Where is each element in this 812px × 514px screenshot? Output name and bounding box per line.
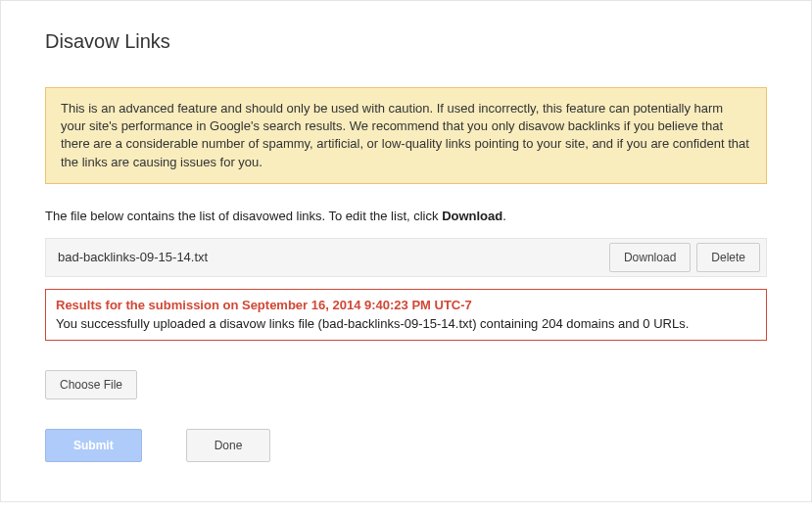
- instruction-bold: Download: [442, 209, 502, 223]
- submit-button[interactable]: Submit: [45, 429, 142, 462]
- download-button[interactable]: Download: [609, 243, 691, 272]
- instruction-suffix: .: [502, 209, 506, 223]
- file-row: bad-backlinks-09-15-14.txt Download Dele…: [45, 238, 767, 277]
- result-body: You successfully uploaded a disavow link…: [56, 315, 756, 333]
- done-button[interactable]: Done: [186, 429, 271, 462]
- warning-text: This is an advanced feature and should o…: [61, 101, 749, 169]
- instruction-prefix: The file below contains the list of disa…: [45, 209, 442, 223]
- choose-file-wrap: Choose File: [45, 370, 767, 399]
- page-title: Disavow Links: [45, 30, 767, 53]
- file-name: bad-backlinks-09-15-14.txt: [58, 250, 609, 264]
- warning-box: This is an advanced feature and should o…: [45, 87, 767, 184]
- result-header: Results for the submission on September …: [56, 298, 756, 312]
- choose-file-button[interactable]: Choose File: [45, 370, 137, 399]
- disavow-container: Disavow Links This is an advanced featur…: [0, 0, 812, 502]
- bottom-actions: Submit Done: [45, 429, 767, 462]
- file-actions: Download Delete: [609, 243, 766, 272]
- result-box: Results for the submission on September …: [45, 289, 767, 342]
- instruction-text: The file below contains the list of disa…: [45, 209, 767, 223]
- delete-button[interactable]: Delete: [696, 243, 760, 272]
